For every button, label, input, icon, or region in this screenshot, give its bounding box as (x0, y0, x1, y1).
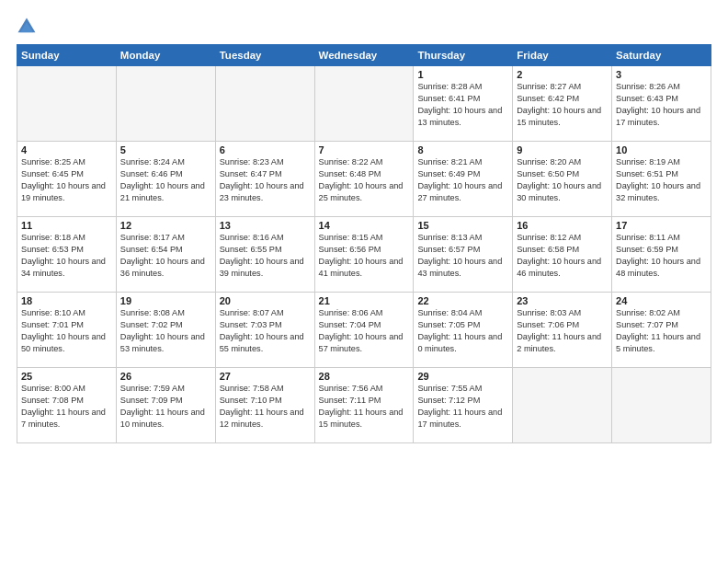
weekday-header-row: SundayMondayTuesdayWednesdayThursdayFrid… (17, 45, 711, 66)
calendar-cell: 19Sunrise: 8:08 AM Sunset: 7:02 PM Dayli… (116, 293, 215, 368)
day-number: 21 (319, 295, 410, 306)
calendar-cell: 25Sunrise: 8:00 AM Sunset: 7:08 PM Dayli… (17, 368, 117, 443)
calendar-cell: 7Sunrise: 8:22 AM Sunset: 6:48 PM Daylig… (314, 142, 414, 217)
calendar-cell: 15Sunrise: 8:13 AM Sunset: 6:57 PM Dayli… (414, 217, 513, 293)
day-detail: Sunrise: 8:28 AM Sunset: 6:41 PM Dayligh… (417, 81, 508, 129)
calendar-cell: 24Sunrise: 8:02 AM Sunset: 7:07 PM Dayli… (612, 293, 711, 368)
calendar-cell: 26Sunrise: 7:59 AM Sunset: 7:09 PM Dayli… (116, 368, 215, 443)
weekday-header-sunday: Sunday (17, 45, 117, 66)
day-number: 25 (21, 371, 112, 382)
calendar-cell: 27Sunrise: 7:58 AM Sunset: 7:10 PM Dayli… (215, 368, 314, 443)
day-detail: Sunrise: 8:07 AM Sunset: 7:03 PM Dayligh… (220, 307, 311, 355)
calendar-cell: 1Sunrise: 8:28 AM Sunset: 6:41 PM Daylig… (414, 66, 513, 142)
calendar-cell (513, 368, 612, 443)
day-detail: Sunrise: 8:17 AM Sunset: 6:54 PM Dayligh… (120, 232, 211, 280)
day-number: 29 (417, 371, 508, 382)
day-detail: Sunrise: 8:00 AM Sunset: 7:08 PM Dayligh… (21, 383, 112, 431)
day-detail: Sunrise: 8:23 AM Sunset: 6:47 PM Dayligh… (220, 156, 311, 204)
week-row-3: 11Sunrise: 8:18 AM Sunset: 6:53 PM Dayli… (17, 217, 711, 293)
calendar-cell (314, 66, 414, 142)
calendar-cell: 28Sunrise: 7:56 AM Sunset: 7:11 PM Dayli… (314, 368, 414, 443)
calendar-cell (612, 368, 711, 443)
day-number: 6 (220, 144, 311, 155)
day-detail: Sunrise: 8:21 AM Sunset: 6:49 PM Dayligh… (417, 156, 508, 204)
day-number: 27 (220, 371, 311, 382)
day-detail: Sunrise: 8:18 AM Sunset: 6:53 PM Dayligh… (21, 232, 112, 280)
day-detail: Sunrise: 8:15 AM Sunset: 6:56 PM Dayligh… (319, 232, 410, 280)
weekday-header-thursday: Thursday (414, 45, 513, 66)
calendar-cell: 2Sunrise: 8:27 AM Sunset: 6:42 PM Daylig… (513, 66, 612, 142)
day-detail: Sunrise: 8:24 AM Sunset: 6:46 PM Dayligh… (120, 156, 211, 204)
calendar-cell: 4Sunrise: 8:25 AM Sunset: 6:45 PM Daylig… (17, 142, 117, 217)
calendar-cell (215, 66, 314, 142)
calendar-cell: 22Sunrise: 8:04 AM Sunset: 7:05 PM Dayli… (414, 293, 513, 368)
weekday-header-friday: Friday (513, 45, 612, 66)
calendar-cell: 9Sunrise: 8:20 AM Sunset: 6:50 PM Daylig… (513, 142, 612, 217)
day-detail: Sunrise: 7:56 AM Sunset: 7:11 PM Dayligh… (319, 383, 410, 431)
calendar-cell: 8Sunrise: 8:21 AM Sunset: 6:49 PM Daylig… (414, 142, 513, 217)
day-number: 13 (220, 220, 311, 231)
day-number: 11 (21, 220, 112, 231)
day-detail: Sunrise: 8:02 AM Sunset: 7:07 PM Dayligh… (616, 307, 707, 355)
logo (17, 17, 40, 37)
header (17, 17, 711, 37)
day-number: 28 (319, 371, 410, 382)
week-row-1: 1Sunrise: 8:28 AM Sunset: 6:41 PM Daylig… (17, 66, 711, 142)
day-detail: Sunrise: 8:22 AM Sunset: 6:48 PM Dayligh… (319, 156, 410, 204)
day-number: 12 (120, 220, 211, 231)
calendar-cell: 3Sunrise: 8:26 AM Sunset: 6:43 PM Daylig… (612, 66, 711, 142)
logo-icon (17, 17, 37, 37)
day-number: 26 (120, 371, 211, 382)
calendar-body: 1Sunrise: 8:28 AM Sunset: 6:41 PM Daylig… (17, 66, 711, 443)
day-detail: Sunrise: 8:27 AM Sunset: 6:42 PM Dayligh… (517, 81, 608, 129)
day-number: 4 (21, 144, 112, 155)
day-detail: Sunrise: 8:25 AM Sunset: 6:45 PM Dayligh… (21, 156, 112, 204)
calendar-cell: 5Sunrise: 8:24 AM Sunset: 6:46 PM Daylig… (116, 142, 215, 217)
calendar-table: SundayMondayTuesdayWednesdayThursdayFrid… (17, 44, 711, 443)
day-number: 10 (616, 144, 707, 155)
day-detail: Sunrise: 8:19 AM Sunset: 6:51 PM Dayligh… (616, 156, 707, 204)
weekday-header-wednesday: Wednesday (314, 45, 414, 66)
calendar-cell: 20Sunrise: 8:07 AM Sunset: 7:03 PM Dayli… (215, 293, 314, 368)
day-number: 18 (21, 295, 112, 306)
calendar-cell: 16Sunrise: 8:12 AM Sunset: 6:58 PM Dayli… (513, 217, 612, 293)
day-number: 23 (517, 295, 608, 306)
day-detail: Sunrise: 8:11 AM Sunset: 6:59 PM Dayligh… (616, 232, 707, 280)
day-detail: Sunrise: 8:16 AM Sunset: 6:55 PM Dayligh… (220, 232, 311, 280)
day-number: 1 (417, 69, 508, 80)
day-number: 22 (417, 295, 508, 306)
day-number: 14 (319, 220, 410, 231)
calendar-cell: 29Sunrise: 7:55 AM Sunset: 7:12 PM Dayli… (414, 368, 513, 443)
day-number: 15 (417, 220, 508, 231)
day-detail: Sunrise: 7:58 AM Sunset: 7:10 PM Dayligh… (220, 383, 311, 431)
day-detail: Sunrise: 8:04 AM Sunset: 7:05 PM Dayligh… (417, 307, 508, 355)
calendar-cell: 23Sunrise: 8:03 AM Sunset: 7:06 PM Dayli… (513, 293, 612, 368)
day-detail: Sunrise: 8:08 AM Sunset: 7:02 PM Dayligh… (120, 307, 211, 355)
week-row-4: 18Sunrise: 8:10 AM Sunset: 7:01 PM Dayli… (17, 293, 711, 368)
day-number: 8 (417, 144, 508, 155)
calendar-cell (17, 66, 117, 142)
weekday-header-saturday: Saturday (612, 45, 711, 66)
calendar-cell: 21Sunrise: 8:06 AM Sunset: 7:04 PM Dayli… (314, 293, 414, 368)
day-detail: Sunrise: 8:12 AM Sunset: 6:58 PM Dayligh… (517, 232, 608, 280)
day-number: 24 (616, 295, 707, 306)
day-detail: Sunrise: 8:03 AM Sunset: 7:06 PM Dayligh… (517, 307, 608, 355)
day-number: 5 (120, 144, 211, 155)
day-detail: Sunrise: 8:20 AM Sunset: 6:50 PM Dayligh… (517, 156, 608, 204)
week-row-5: 25Sunrise: 8:00 AM Sunset: 7:08 PM Dayli… (17, 368, 711, 443)
weekday-header-monday: Monday (116, 45, 215, 66)
day-number: 9 (517, 144, 608, 155)
day-detail: Sunrise: 8:13 AM Sunset: 6:57 PM Dayligh… (417, 232, 508, 280)
day-number: 20 (220, 295, 311, 306)
calendar-cell: 18Sunrise: 8:10 AM Sunset: 7:01 PM Dayli… (17, 293, 117, 368)
calendar-cell (116, 66, 215, 142)
day-number: 7 (319, 144, 410, 155)
day-detail: Sunrise: 8:10 AM Sunset: 7:01 PM Dayligh… (21, 307, 112, 355)
day-number: 19 (120, 295, 211, 306)
calendar-cell: 14Sunrise: 8:15 AM Sunset: 6:56 PM Dayli… (314, 217, 414, 293)
calendar-cell: 11Sunrise: 8:18 AM Sunset: 6:53 PM Dayli… (17, 217, 117, 293)
calendar-cell: 6Sunrise: 8:23 AM Sunset: 6:47 PM Daylig… (215, 142, 314, 217)
day-number: 3 (616, 69, 707, 80)
day-number: 2 (517, 69, 608, 80)
calendar-cell: 13Sunrise: 8:16 AM Sunset: 6:55 PM Dayli… (215, 217, 314, 293)
